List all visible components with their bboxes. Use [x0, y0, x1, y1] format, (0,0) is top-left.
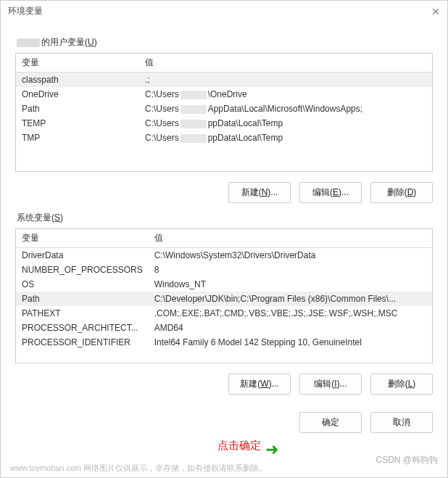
- sys-new-button[interactable]: 新建(W)...: [228, 374, 291, 395]
- sys-edit-button[interactable]: 编辑(I)...: [299, 374, 362, 395]
- close-icon[interactable]: ✕: [431, 6, 440, 17]
- table-row[interactable]: OSWindows_NT: [16, 277, 432, 292]
- var-value: C:\UsersppData\Local\Temp: [139, 116, 432, 131]
- var-value: 8: [149, 263, 432, 277]
- table-row[interactable]: PathC:\Developer\JDK\bin;C:\Program File…: [16, 292, 432, 306]
- env-vars-dialog: 环境变量 ✕ 的用户变量(U) 变量 值 classpath.;OneDrive…: [0, 0, 448, 478]
- dialog-btn-row: 确定 取消: [15, 412, 433, 433]
- sys-delete-button[interactable]: 删除(L): [370, 374, 433, 395]
- ok-button[interactable]: 确定: [299, 412, 362, 433]
- var-name: NUMBER_OF_PROCESSORS: [16, 263, 149, 277]
- user-col-name[interactable]: 变量: [16, 54, 139, 73]
- table-row[interactable]: PathC:\UsersAppData\Local\Microsoft\Wind…: [16, 102, 432, 116]
- cancel-button[interactable]: 取消: [370, 412, 433, 433]
- system-vars-table-box[interactable]: 变量 值 DriverDataC:\Windows\System32\Drive…: [15, 228, 433, 363]
- user-vars-table-box[interactable]: 变量 值 classpath.;OneDriveC:\Users\OneDriv…: [15, 53, 433, 172]
- user-col-value[interactable]: 值: [139, 54, 432, 73]
- table-row[interactable]: PROCESSOR_ARCHITECT...AMD64: [16, 321, 432, 335]
- var-name: PATHEXT: [16, 306, 149, 321]
- user-vars-label: 的用户变量(U): [17, 36, 433, 49]
- var-name: PROCESSOR_ARCHITECT...: [16, 321, 149, 335]
- system-vars-label: 系统变量(S): [17, 212, 433, 224]
- table-row[interactable]: classpath.;: [16, 73, 432, 88]
- table-row[interactable]: OneDriveC:\Users\OneDrive: [16, 87, 432, 102]
- user-btn-row: 新建(N)... 编辑(E)... 删除(D): [15, 182, 433, 203]
- var-name: DriverData: [16, 248, 149, 263]
- watermark-left: www.toymoban.com 网络图片仅供展示，非存储，如有侵权请联系删除。: [10, 463, 267, 474]
- window-title: 环境变量: [8, 5, 43, 17]
- table-row[interactable]: DriverDataC:\Windows\System32\Drivers\Dr…: [16, 248, 432, 263]
- var-name: PROCESSOR_IDENTIFIER: [16, 335, 149, 350]
- blur-icon: [181, 105, 207, 114]
- var-value: Windows_NT: [149, 277, 432, 292]
- user-delete-button[interactable]: 删除(D): [370, 182, 433, 203]
- var-value: .COM;.EXE;.BAT;.CMD;.VBS;.VBE;.JS;.JSE;.…: [149, 306, 432, 321]
- var-value: C:\UsersAppData\Local\Microsoft\WindowsA…: [139, 102, 432, 116]
- var-name: OS: [16, 277, 149, 292]
- var-name: classpath: [16, 73, 139, 88]
- var-value: Intel64 Family 6 Model 142 Stepping 10, …: [149, 335, 432, 350]
- user-vars-table: 变量 值 classpath.;OneDriveC:\Users\OneDriv…: [16, 54, 432, 145]
- table-row[interactable]: PATHEXT.COM;.EXE;.BAT;.CMD;.VBS;.VBE;.JS…: [16, 306, 432, 321]
- blur-icon: [181, 120, 207, 128]
- titlebar: 环境变量 ✕: [1, 1, 447, 22]
- user-new-button[interactable]: 新建(N)...: [228, 182, 291, 203]
- table-row[interactable]: TMPC:\UsersppData\Local\Temp: [16, 131, 432, 145]
- var-value: C:\Developer\JDK\bin;C:\Program Files (x…: [149, 292, 432, 306]
- system-btn-row: 新建(W)... 编辑(I)... 删除(L): [15, 374, 433, 395]
- sys-col-value[interactable]: 值: [149, 229, 432, 248]
- var-name: OneDrive: [16, 87, 139, 102]
- system-vars-table: 变量 值 DriverDataC:\Windows\System32\Drive…: [16, 229, 432, 350]
- var-name: Path: [16, 292, 149, 306]
- table-row[interactable]: PROCESSOR_IDENTIFIERIntel64 Family 6 Mod…: [16, 335, 432, 350]
- var-name: Path: [16, 102, 139, 116]
- blur-icon: [181, 134, 207, 143]
- var-name: TMP: [16, 131, 139, 145]
- table-row[interactable]: NUMBER_OF_PROCESSORS8: [16, 263, 432, 277]
- var-value: C:\Users\OneDrive: [139, 87, 432, 102]
- var-value: C:\Windows\System32\Drivers\DriverData: [149, 248, 432, 263]
- var-name: TEMP: [16, 116, 139, 131]
- sys-col-name[interactable]: 变量: [16, 229, 149, 248]
- var-value: AMD64: [149, 321, 432, 335]
- var-value: .;: [139, 73, 432, 88]
- table-row[interactable]: TEMPC:\UsersppData\Local\Temp: [16, 116, 432, 131]
- blur-icon: [181, 91, 207, 99]
- username-blur: [17, 38, 40, 47]
- var-value: C:\UsersppData\Local\Temp: [139, 131, 432, 145]
- watermark-right: CSDN @韩驹驹: [376, 454, 438, 466]
- user-edit-button[interactable]: 编辑(E)...: [299, 182, 362, 203]
